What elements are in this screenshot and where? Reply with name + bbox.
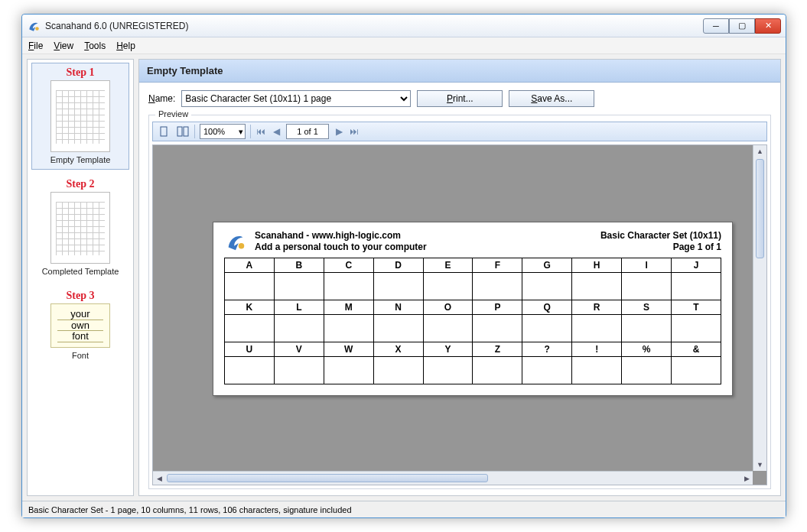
char-draw-cell	[373, 315, 423, 342]
step1-thumbnail	[50, 80, 110, 152]
char-draw-cell	[572, 315, 622, 342]
char-header-cell: B	[274, 258, 324, 273]
char-header-cell: K	[225, 300, 275, 315]
char-draw-cell	[423, 315, 473, 342]
char-draw-cell	[274, 357, 324, 384]
horizontal-scrollbar[interactable]: ◀ ▶	[153, 471, 753, 485]
menu-file[interactable]: File	[28, 41, 43, 51]
template-select[interactable]: Basic Character Set (10x11) 1 page	[181, 90, 411, 107]
char-header-cell: Q	[522, 300, 572, 315]
char-header-cell: J	[672, 258, 721, 273]
step1-title: Step 1	[67, 66, 95, 79]
char-draw-cell	[225, 315, 275, 342]
menubar: File View Tools Help	[22, 37, 786, 54]
sidebar: Step 1 Empty Template Step 2 Completed T…	[27, 59, 134, 496]
char-draw-cell	[672, 357, 721, 384]
char-draw-cell	[274, 273, 324, 300]
char-draw-cell	[572, 273, 622, 300]
print-button[interactable]: Print...	[417, 90, 503, 107]
char-header-cell: F	[473, 258, 522, 273]
preview-toolbar: 100%▾ ⏮ ◀ 1 of 1 ▶ ⏭	[152, 122, 767, 141]
char-header-cell: C	[324, 258, 373, 273]
char-header-cell: L	[274, 300, 324, 315]
char-draw-cell	[473, 357, 522, 384]
char-draw-cell	[572, 357, 622, 384]
char-draw-cell	[225, 273, 275, 300]
svg-point-4	[239, 243, 245, 249]
char-draw-cell	[324, 357, 373, 384]
char-draw-cell	[274, 315, 324, 342]
char-header-cell: V	[274, 342, 324, 357]
char-header-cell: Y	[423, 342, 473, 357]
preview-group: Preview 100%▾ ⏮ ◀ 1 of 1	[148, 115, 771, 489]
char-draw-cell	[473, 315, 522, 342]
char-header-cell: &	[672, 342, 721, 357]
char-header-cell: Z	[473, 342, 522, 357]
next-page-button[interactable]: ▶	[334, 126, 344, 137]
char-draw-cell	[373, 273, 423, 300]
maximize-button[interactable]: ▢	[729, 18, 755, 34]
step3-label: Font	[72, 351, 89, 360]
template-page: Scanahand - www.high-logic.com Add a per…	[213, 222, 733, 396]
first-page-button[interactable]: ⏮	[255, 126, 266, 137]
page-title: Empty Template	[139, 60, 780, 83]
body: Step 1 Empty Template Step 2 Completed T…	[22, 54, 786, 501]
template-form-row: Name: Basic Character Set (10x11) 1 page…	[139, 83, 780, 115]
layout-single-icon[interactable]	[158, 125, 171, 138]
svg-point-0	[35, 27, 39, 31]
step1-label: Empty Template	[50, 155, 111, 164]
svg-rect-1	[161, 127, 167, 136]
char-header-cell: A	[225, 258, 275, 273]
char-draw-cell	[423, 273, 473, 300]
char-header-cell: U	[225, 342, 275, 357]
char-draw-cell	[324, 273, 373, 300]
brand-line2: Add a personal touch to your computer	[255, 242, 593, 253]
char-draw-cell	[622, 315, 672, 342]
step2-title: Step 2	[67, 178, 95, 190]
char-header-cell: E	[423, 258, 473, 273]
save-as-button[interactable]: Save As...	[509, 90, 594, 107]
minimize-button[interactable]: ─	[703, 18, 729, 34]
set-name: Basic Character Set (10x11)	[600, 230, 721, 242]
step3-title: Step 3	[67, 290, 95, 302]
window-title: Scanahand 6.0 (UNREGISTERED)	[45, 21, 703, 31]
menu-view[interactable]: View	[54, 41, 73, 51]
menu-help[interactable]: Help	[116, 41, 135, 51]
app-icon	[27, 19, 41, 33]
page-indicator[interactable]: 1 of 1	[286, 124, 329, 139]
char-draw-cell	[622, 357, 672, 384]
layout-multi-icon[interactable]	[176, 125, 190, 138]
char-header-cell: P	[473, 300, 522, 315]
sidebar-item-step3[interactable]: Step 3 your own font Font	[31, 286, 129, 365]
char-header-cell: R	[572, 300, 622, 315]
sidebar-item-step1[interactable]: Step 1 Empty Template	[31, 63, 129, 170]
menu-tools[interactable]: Tools	[84, 41, 106, 51]
close-button[interactable]: ✕	[755, 18, 781, 34]
brand-line1: Scanahand - www.high-logic.com	[255, 230, 593, 242]
char-draw-cell	[423, 357, 473, 384]
name-label: Name:	[148, 93, 175, 104]
character-grid: ABCDEFGHIJKLMNOPQRSTUVWXYZ?!%&	[224, 258, 721, 384]
char-header-cell: ?	[522, 342, 572, 357]
preview-label: Preview	[155, 109, 191, 118]
last-page-button[interactable]: ⏭	[349, 126, 360, 137]
char-header-cell: M	[324, 300, 373, 315]
char-header-cell: I	[622, 258, 672, 273]
char-draw-cell	[672, 273, 721, 300]
preview-canvas: Scanahand - www.high-logic.com Add a per…	[152, 144, 767, 485]
sidebar-item-step2[interactable]: Step 2 Completed Template	[31, 174, 129, 281]
prev-page-button[interactable]: ◀	[271, 126, 281, 137]
vertical-scrollbar[interactable]: ▲ ▼	[753, 145, 766, 471]
char-draw-cell	[622, 273, 672, 300]
zoom-combo[interactable]: 100%▾	[200, 124, 246, 139]
char-header-cell: W	[324, 342, 373, 357]
char-header-cell: X	[373, 342, 423, 357]
char-header-cell: O	[423, 300, 473, 315]
char-draw-cell	[522, 357, 572, 384]
page-logo-icon	[224, 230, 247, 253]
char-draw-cell	[522, 273, 572, 300]
char-header-cell: S	[622, 300, 672, 315]
page-of: Page 1 of 1	[600, 242, 721, 253]
step2-label: Completed Template	[42, 267, 119, 276]
svg-rect-2	[177, 127, 182, 136]
